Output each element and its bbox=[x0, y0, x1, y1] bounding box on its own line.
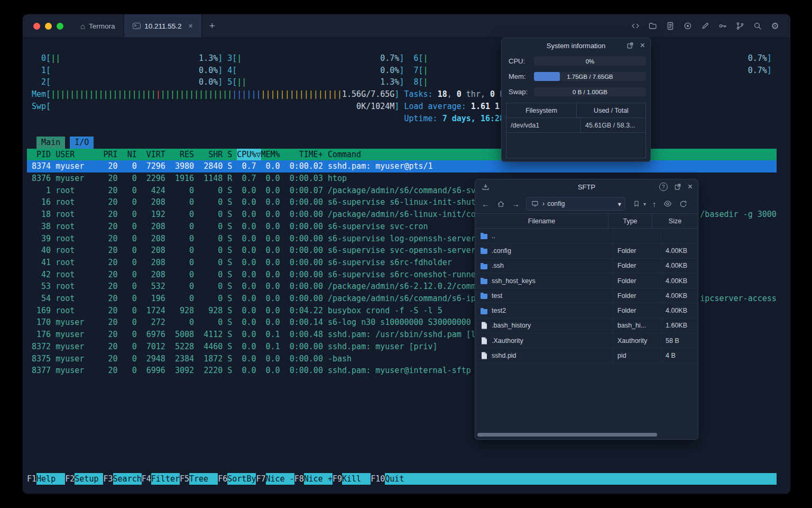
fkey-setup[interactable]: Setup bbox=[75, 473, 103, 485]
show-hidden-eye-icon[interactable] bbox=[663, 199, 672, 208]
fkey-help[interactable]: Help bbox=[36, 473, 65, 485]
close-tab-icon[interactable]: × bbox=[189, 22, 193, 30]
process-row-selected[interactable]: 8374 myuser 20 0 7296 3980 2840 S 0.7 0.… bbox=[27, 160, 777, 173]
terminal-text: ||||||||||||||||| bbox=[261, 88, 343, 101]
fkey-filter[interactable]: Filter bbox=[151, 473, 180, 485]
size-column-header[interactable]: Size bbox=[652, 214, 698, 228]
usage-text: 0 B / 1.00GB bbox=[534, 87, 646, 96]
fkey-quit[interactable]: Quit bbox=[385, 473, 777, 485]
sftp-file-row[interactable]: .bash_historybash_hi...1.60KB bbox=[475, 319, 698, 333]
fkey-tree[interactable]: Tree bbox=[189, 473, 218, 485]
new-tab-button[interactable]: + bbox=[202, 14, 223, 38]
fkey-kill[interactable]: Kill bbox=[342, 473, 371, 485]
sftp-file-row[interactable]: testFolder4.00KB bbox=[475, 288, 698, 303]
fkey-number: F8 bbox=[294, 473, 304, 485]
horizontal-scrollbar[interactable] bbox=[476, 432, 697, 438]
terminal-text: 0.0% bbox=[199, 65, 218, 77]
type-column-header[interactable]: Type bbox=[608, 214, 652, 228]
close-icon[interactable]: × bbox=[640, 41, 645, 50]
panel-header: System information × bbox=[502, 38, 650, 53]
minimize-window-button[interactable] bbox=[45, 23, 52, 30]
session-log-icon[interactable] bbox=[666, 21, 675, 31]
refresh-icon[interactable] bbox=[679, 199, 688, 208]
edit-icon[interactable] bbox=[700, 21, 710, 31]
sftp-file-row[interactable]: .. bbox=[475, 229, 698, 243]
file-name: .bash_history bbox=[492, 322, 531, 329]
terminal-text: thr, bbox=[462, 88, 490, 101]
bookmark-dropdown-icon[interactable]: ▾ bbox=[643, 201, 646, 207]
file-type: Folder bbox=[613, 243, 661, 258]
key-icon[interactable] bbox=[718, 21, 727, 31]
terminal-text: 3[ bbox=[227, 52, 237, 65]
terminal-text: ] bbox=[399, 76, 404, 88]
git-branch-icon[interactable] bbox=[735, 21, 745, 31]
terminal-text: 0.0% bbox=[199, 76, 218, 88]
sftp-file-row[interactable]: sshd.pidpid4 B bbox=[475, 348, 698, 363]
meter-label: Mem: bbox=[509, 72, 534, 80]
htop-header-line: 0[||1.3%]3[|0.7%]6[|0.7%] bbox=[27, 52, 786, 65]
htop-screen-tabs: Main I/O bbox=[27, 137, 786, 149]
folder-icon[interactable] bbox=[648, 21, 658, 31]
terminal-icon: >_ bbox=[133, 23, 141, 29]
fkey-sortby[interactable]: SortBy bbox=[227, 473, 256, 485]
help-icon[interactable]: ? bbox=[659, 183, 668, 191]
sftp-file-row[interactable]: .sshFolder4.00KB bbox=[475, 259, 698, 274]
filesystem-row[interactable]: /dev/vda1 45.61GB / 58.3... bbox=[506, 118, 645, 133]
terminal-text: || bbox=[237, 76, 246, 88]
fkey-nice-[interactable]: Nice - bbox=[266, 473, 294, 485]
file-type: pid bbox=[613, 348, 661, 362]
current-folder[interactable]: config bbox=[547, 200, 565, 207]
fkey-number: F5 bbox=[180, 473, 189, 485]
terminal-text: Load average: bbox=[404, 101, 470, 113]
sftp-table-header: Filename Type Size bbox=[475, 213, 698, 229]
screen-tab-io[interactable]: I/O bbox=[70, 137, 94, 149]
fkey-number: F2 bbox=[65, 473, 75, 485]
path-breadcrumb[interactable]: › config ▾ bbox=[526, 197, 625, 211]
close-icon[interactable]: × bbox=[688, 183, 693, 191]
htop-header-line: Mem[||||||||||||||||||||||||||||||||||||… bbox=[27, 88, 786, 101]
htop-table-header: PID USER PRI NI VIRT RES SHR S CPU%▽MEM%… bbox=[27, 149, 786, 161]
chevron-down-icon[interactable]: ▾ bbox=[618, 200, 621, 208]
sftp-file-row[interactable]: .configFolder4.00KB bbox=[475, 243, 698, 258]
parent-directory-icon[interactable]: ↑ bbox=[652, 200, 657, 208]
breadcrumb-separator: › bbox=[542, 200, 545, 207]
sftp-file-row[interactable]: ssh_host_keysFolder4.00KB bbox=[475, 274, 698, 288]
sort-column-cpu[interactable]: CPU%▽ bbox=[237, 149, 261, 161]
folder-icon bbox=[480, 247, 488, 254]
terminal-text: | bbox=[156, 88, 161, 101]
terminal-text: ] bbox=[399, 65, 404, 77]
settings-icon[interactable]: ⚙ bbox=[770, 21, 780, 31]
sftp-file-row[interactable]: .XauthorityXauthority58 B bbox=[475, 333, 698, 348]
window-controls bbox=[23, 14, 72, 38]
open-in-window-icon[interactable] bbox=[673, 182, 682, 192]
tab-termora[interactable]: ⌂ Termora bbox=[72, 14, 124, 38]
fkey-nice-[interactable]: Nice + bbox=[304, 473, 333, 485]
scrollbar-thumb[interactable] bbox=[477, 433, 657, 437]
bookmark-icon[interactable] bbox=[632, 199, 641, 208]
screen-tab-main[interactable]: Main bbox=[36, 137, 65, 149]
used-total-column-header: Used / Total bbox=[577, 103, 645, 117]
filename-column-header[interactable]: Filename bbox=[475, 214, 608, 228]
fkey-number: F9 bbox=[333, 473, 342, 485]
file-size: 4.00KB bbox=[661, 259, 698, 273]
file-type bbox=[613, 229, 661, 243]
terminal-text: | bbox=[423, 76, 428, 88]
transfers-download-icon[interactable] bbox=[481, 182, 490, 192]
home-icon[interactable] bbox=[496, 199, 505, 208]
terminal-text: , bbox=[447, 88, 457, 101]
open-in-window-icon[interactable] bbox=[625, 41, 635, 50]
search-icon[interactable] bbox=[753, 21, 762, 31]
tab-host-10-211-55-2[interactable]: >_ 10.211.55.2 × bbox=[124, 14, 202, 38]
file-name: .ssh bbox=[492, 262, 504, 269]
zoom-window-button[interactable] bbox=[57, 23, 63, 30]
fkey-search[interactable]: Search bbox=[113, 473, 142, 485]
usage-meter-row: CPU:0% bbox=[509, 57, 646, 66]
sftp-file-row[interactable]: test2Folder4.00KB bbox=[475, 303, 698, 318]
back-icon[interactable]: ← bbox=[482, 200, 490, 208]
record-icon[interactable] bbox=[683, 21, 693, 31]
table-header[interactable]: PID USER PRI NI VIRT RES SHR S bbox=[27, 149, 237, 161]
terminal-text: | bbox=[423, 52, 428, 65]
close-window-button[interactable] bbox=[33, 23, 40, 30]
forward-icon[interactable]: → bbox=[512, 200, 520, 208]
code-icon[interactable] bbox=[631, 21, 640, 31]
